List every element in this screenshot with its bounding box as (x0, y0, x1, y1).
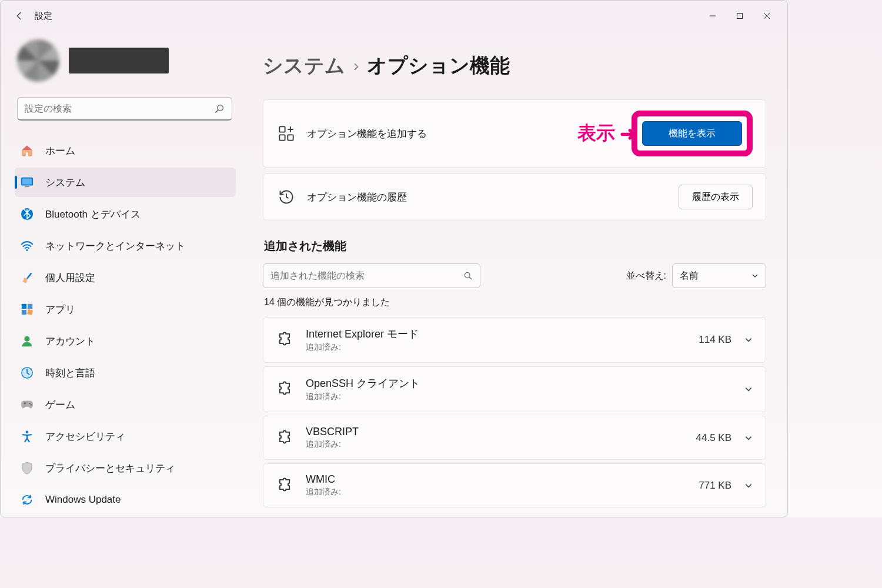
feature-sub: 追加済み: (306, 487, 684, 497)
nav-label: アカウント (45, 335, 95, 348)
svg-line-24 (469, 277, 472, 279)
window-title: 設定 (35, 11, 52, 22)
system-icon (21, 176, 34, 189)
avatar (17, 39, 59, 82)
nav-privacy[interactable]: プライバシーとセキュリティ (15, 453, 236, 483)
chevron-down-icon (744, 336, 753, 344)
main-content: システム › オプション機能 オプション機能を追加する 表示 ➜ 機能を表示 オ… (242, 31, 787, 517)
chevron-down-icon (744, 385, 753, 393)
feature-row[interactable]: WMIC追加済み: 771 KB (263, 463, 766, 507)
breadcrumb-parent[interactable]: システム (263, 52, 345, 79)
chevron-down-icon (744, 434, 753, 442)
nav-accounts[interactable]: アカウント (15, 326, 236, 356)
history-label: オプション機能の履歴 (307, 191, 679, 204)
settings-search[interactable] (17, 97, 232, 121)
feature-size: 771 KB (684, 480, 731, 492)
nav-label: ゲーム (45, 398, 75, 412)
nav-time-language[interactable]: 時刻と言語 (15, 358, 236, 387)
nav-list: ホーム システム Bluetooth とデバイス ネットワークとインターネット … (15, 136, 236, 517)
gamepad-icon (21, 398, 34, 411)
account-icon (21, 335, 34, 348)
apps-add-icon (276, 123, 296, 143)
bluetooth-icon (21, 208, 34, 220)
feature-row[interactable]: Internet Explorer モード追加済み: 114 KB (263, 317, 766, 363)
svg-rect-20 (279, 126, 285, 132)
arrow-right-icon: ➜ (620, 122, 636, 145)
result-count: 14 個の機能が見つかりました (264, 296, 766, 309)
svg-point-15 (24, 336, 29, 342)
svg-rect-12 (28, 304, 32, 309)
nav-accessibility[interactable]: アクセシビリティ (15, 422, 236, 451)
sort-control: 並べ替え: 名前 (626, 263, 766, 288)
user-block[interactable] (17, 39, 236, 82)
sort-dropdown[interactable]: 名前 (672, 263, 766, 288)
feature-sub: 追加済み: (306, 342, 684, 353)
nav-apps[interactable]: アプリ (15, 295, 236, 324)
feature-title: VBSCRIPT (306, 426, 684, 438)
puzzle-icon (276, 330, 295, 349)
window-controls (699, 4, 780, 28)
feature-row[interactable]: OpenSSH クライアント追加済み: (263, 366, 766, 412)
nav-label: 個人用設定 (45, 271, 95, 285)
nav-gaming[interactable]: ゲーム (15, 390, 236, 419)
maximize-button[interactable] (726, 4, 753, 28)
nav-label: ネットワークとインターネット (45, 239, 185, 253)
feature-title: WMIC (306, 473, 684, 486)
svg-rect-22 (288, 135, 293, 140)
home-icon (21, 144, 34, 157)
update-icon (21, 493, 34, 506)
nav-system[interactable]: システム (15, 168, 236, 197)
feature-row[interactable]: VBSCRIPT追加済み: 44.5 KB (263, 416, 766, 460)
nav-label: Windows Update (45, 494, 121, 506)
annotation-text: 表示 ➜ (577, 121, 636, 146)
close-button[interactable] (753, 4, 780, 28)
apps-icon (21, 303, 34, 316)
titlebar: 設定 (1, 1, 787, 31)
sort-label: 並べ替え: (626, 270, 666, 282)
nav-label: システム (45, 176, 85, 189)
feature-title: OpenSSH クライアント (306, 376, 684, 390)
svg-point-18 (31, 404, 32, 405)
search-input[interactable] (25, 103, 214, 114)
minimize-button[interactable] (699, 4, 726, 28)
back-button[interactable] (8, 4, 31, 28)
show-features-button[interactable]: 機能を表示 (642, 121, 742, 146)
nav-windows-update[interactable]: Windows Update (15, 485, 236, 514)
nav-personalization[interactable]: 個人用設定 (15, 263, 236, 292)
feature-size: 114 KB (684, 334, 731, 346)
nav-label: Bluetooth とデバイス (45, 208, 141, 221)
chevron-right-icon: › (353, 56, 359, 75)
section-added-features: 追加された機能 (264, 238, 766, 254)
feature-search-input[interactable] (270, 270, 463, 281)
maximize-icon (736, 12, 743, 19)
puzzle-icon (276, 380, 295, 399)
svg-line-5 (215, 110, 218, 113)
page-title: オプション機能 (367, 52, 510, 79)
svg-rect-14 (27, 309, 33, 315)
svg-rect-8 (25, 186, 29, 187)
svg-rect-13 (22, 310, 26, 315)
shield-icon (21, 462, 34, 475)
nav-home[interactable]: ホーム (15, 136, 236, 165)
puzzle-icon (276, 476, 295, 495)
svg-point-10 (26, 249, 28, 251)
chevron-down-icon (751, 272, 759, 279)
feature-search[interactable] (263, 263, 480, 288)
close-icon (763, 12, 770, 19)
feature-sub: 追加済み: (306, 439, 684, 450)
sidebar: ホーム システム Bluetooth とデバイス ネットワークとインターネット … (1, 31, 242, 517)
nav-network[interactable]: ネットワークとインターネット (15, 231, 236, 260)
nav-bluetooth[interactable]: Bluetooth とデバイス (15, 199, 236, 229)
sort-value: 名前 (680, 270, 699, 282)
clock-globe-icon (21, 366, 34, 379)
brush-icon (21, 271, 34, 284)
minimize-icon (709, 12, 716, 19)
nav-label: プライバシーとセキュリティ (45, 462, 175, 475)
show-history-button[interactable]: 履歴の表示 (679, 185, 753, 209)
accessibility-icon (21, 430, 34, 443)
svg-point-19 (26, 430, 29, 433)
user-name-redacted (69, 48, 169, 74)
search-icon (214, 103, 225, 114)
history-card: オプション機能の履歴 履歴の表示 (263, 173, 766, 220)
chevron-down-icon (744, 482, 753, 490)
